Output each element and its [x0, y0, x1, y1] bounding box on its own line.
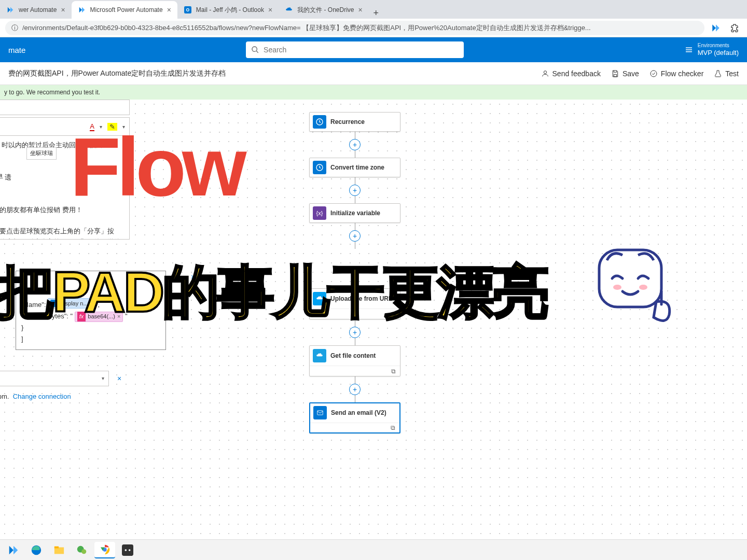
step-initialize-variable[interactable]: {x} Initialize variable [309, 203, 400, 223]
variable-icon: {x} [313, 206, 326, 220]
flow-checker-button[interactable]: Flow checker [649, 69, 703, 78]
svg-rect-6 [317, 411, 323, 415]
taskbar-app[interactable] [117, 542, 138, 558]
flow-name: 费的网页截图API，用Power Automate定时自动生成图片发送并存档 [8, 69, 226, 78]
taskbar-chrome[interactable] [94, 542, 115, 558]
browser-tab-3[interactable]: 我的文件 - OneDrive × [279, 1, 369, 19]
tab-label: Microsoft Power Automate [90, 6, 163, 13]
close-icon[interactable]: × [354, 6, 363, 14]
connector: + [309, 177, 400, 203]
clock-icon [313, 161, 326, 174]
svg-point-9 [639, 285, 647, 290]
command-bar: 费的网页截图API，用Power Automate定时自动生成图片发送并存档 S… [0, 62, 747, 85]
switch-mode-button[interactable]: ▦ [170, 271, 183, 283]
site-info-icon[interactable]: ⓘ [11, 23, 18, 33]
env-label: Environments [698, 43, 739, 49]
email-body-editor[interactable]: 不拉群！绝不免费！优 时以内的暂过后会主动回答，被白 的阶梯涨价模式： 后来12… [0, 136, 130, 240]
send-feedback-button[interactable]: Send feedback [541, 69, 601, 78]
taskbar-wechat[interactable] [72, 542, 92, 558]
browser-tab-2[interactable]: O Mail - Jeff 小鸽 - Outlook × [177, 1, 279, 19]
subject-field[interactable] [0, 100, 130, 115]
environment-picker[interactable]: Environments MVP (default) [684, 43, 739, 57]
onedrive-icon [285, 6, 293, 14]
save-button[interactable]: Save [611, 69, 639, 78]
link-icon: ⧉ [391, 424, 395, 431]
outlook-icon [313, 406, 327, 419]
extension-flow-icon[interactable] [709, 21, 723, 35]
connection-info: @mvpjeff.onmicrosoft.com. Change connect… [0, 393, 208, 400]
svg-rect-12 [54, 546, 59, 548]
chevron-down-icon: ▾ [102, 375, 104, 381]
connector [309, 269, 400, 288]
dynamic-content-token[interactable]: Display n...× [48, 298, 96, 309]
tab-label: Mail - Jeff 小鸽 - Outlook [196, 6, 264, 15]
add-step-button[interactable]: + [349, 185, 361, 196]
svg-point-14 [81, 549, 86, 554]
app-title: mate [8, 46, 25, 54]
change-connection-link[interactable]: Change connection [13, 393, 71, 400]
taskbar-edge[interactable] [26, 542, 47, 558]
close-icon[interactable]: × [163, 6, 171, 14]
search-icon [251, 46, 259, 54]
taskbar-power-automate[interactable] [3, 542, 24, 558]
token-placeholder[interactable]: 坐駆球瑞 [26, 147, 57, 160]
tab-label: wer Automate [19, 6, 57, 13]
onedrive-icon [313, 292, 326, 305]
environment-icon [684, 45, 694, 54]
ready-banner: y to go. We recommend you test it. [0, 85, 747, 100]
mascot-illustration [581, 229, 685, 333]
browser-tab-strip: wer Automate × Microsoft Power Automate … [0, 0, 747, 19]
browser-tab-1[interactable]: Microsoft Power Automate × [72, 1, 177, 19]
font-color-button[interactable]: A [90, 122, 94, 131]
checker-icon [649, 69, 658, 78]
search-input[interactable] [264, 46, 459, 54]
windows-taskbar [0, 539, 747, 560]
step-recurrence[interactable]: Recurrence [309, 112, 400, 132]
clock-icon [313, 115, 326, 129]
address-bar: ⓘ /environments/Default-e3f0b629-b0b0-43… [0, 19, 747, 37]
svg-text:O: O [186, 8, 189, 12]
close-icon[interactable]: × [57, 6, 65, 14]
clear-button[interactable]: × [113, 372, 126, 385]
highlight-button[interactable]: ✎ [107, 123, 117, 131]
svg-point-3 [651, 71, 657, 77]
add-step-button[interactable]: + [349, 327, 361, 338]
flow-icon [78, 6, 86, 14]
new-tab-button[interactable]: + [369, 8, 383, 19]
step-get-file-content[interactable]: Get file content ⧉ [309, 345, 400, 376]
attachments-json-editor[interactable]: [ { "Name": Display n...× , "ContentByte… [16, 271, 166, 350]
browser-tab-0[interactable]: wer Automate × [0, 1, 72, 19]
close-icon[interactable]: × [264, 6, 272, 14]
add-step-button[interactable]: + [349, 384, 361, 395]
connector: + [309, 223, 400, 249]
extensions-icon[interactable] [727, 21, 742, 35]
test-button[interactable]: Test [714, 69, 739, 78]
url-field[interactable]: ⓘ /environments/Default-e3f0b629-b0b0-43… [5, 21, 704, 35]
add-step-button[interactable]: + [349, 230, 361, 242]
connector: + [309, 132, 400, 158]
svg-point-2 [544, 71, 546, 73]
tab-label: 我的文件 - OneDrive [297, 6, 354, 15]
link-icon: ⧉ [391, 311, 396, 318]
step-send-email[interactable]: Send an email (V2) ⧉ [309, 402, 400, 433]
app-header: mate Environments MVP (default) [0, 37, 747, 62]
importance-dropdown[interactable]: ▾ [0, 371, 109, 386]
test-icon [714, 69, 722, 78]
flow-icon [6, 6, 15, 14]
connector: + [309, 376, 400, 402]
add-step-button[interactable]: + [349, 139, 361, 150]
taskbar-explorer[interactable] [49, 542, 70, 558]
search-box[interactable] [246, 41, 464, 58]
env-name: MVP (default) [698, 49, 739, 57]
clear-button[interactable]: × [187, 271, 199, 283]
connector: + [309, 319, 400, 345]
svg-point-18 [125, 549, 127, 551]
step-upload-file[interactable]: Upload file from URL ⧉ [309, 288, 400, 319]
scrollbar-thumb[interactable] [125, 139, 128, 149]
expression-token[interactable]: fxbase64(...)× [75, 312, 123, 322]
svg-point-19 [129, 549, 131, 551]
step-convert-timezone[interactable]: Convert time zone [309, 158, 400, 177]
svg-point-8 [613, 285, 621, 290]
svg-rect-17 [122, 544, 133, 556]
save-icon [611, 69, 619, 78]
